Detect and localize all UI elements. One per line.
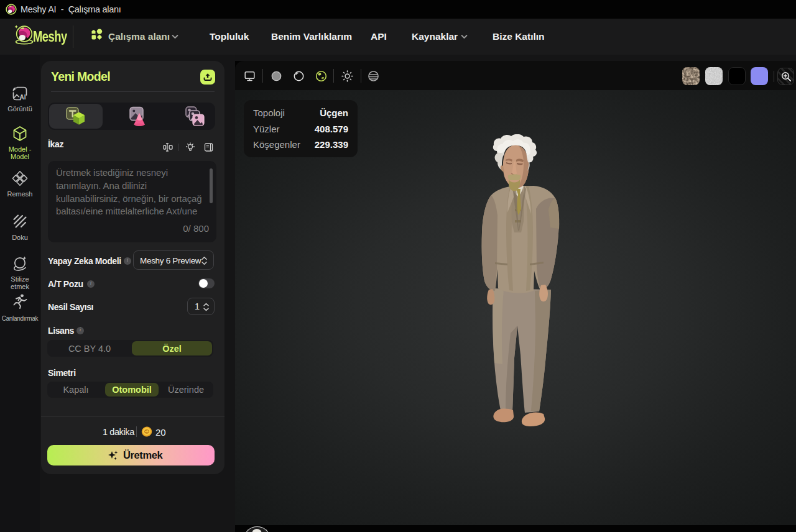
svg-text:AI: AI (20, 94, 26, 101)
